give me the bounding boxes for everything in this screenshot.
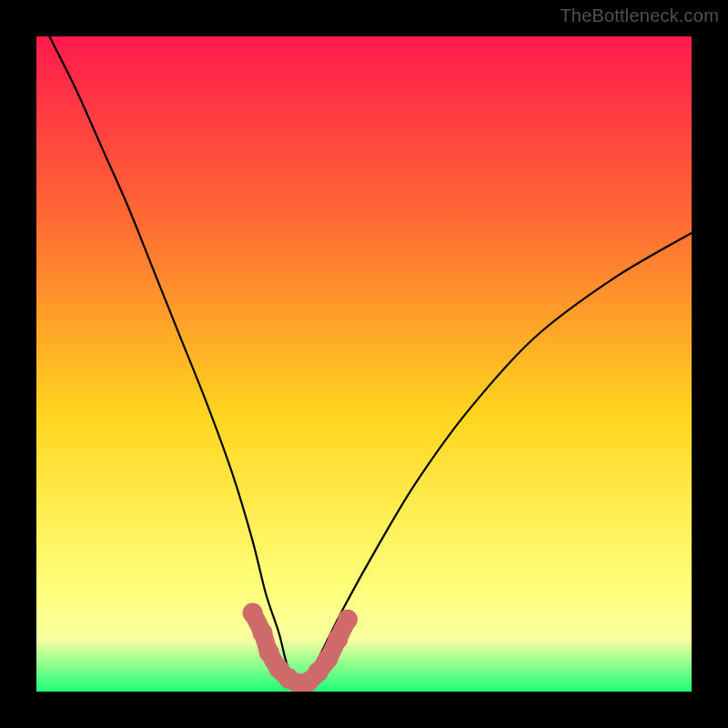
marker-dot [328,629,348,649]
marker-dot [252,622,272,642]
chart-frame: TheBottleneck.com [0,0,728,728]
gradient-background [36,36,692,692]
plot-area [36,36,692,692]
watermark-text: TheBottleneck.com [560,5,719,26]
marker-dot [318,649,338,669]
marker-dot [243,603,263,623]
marker-dot [338,610,358,630]
chart-svg [36,36,692,692]
